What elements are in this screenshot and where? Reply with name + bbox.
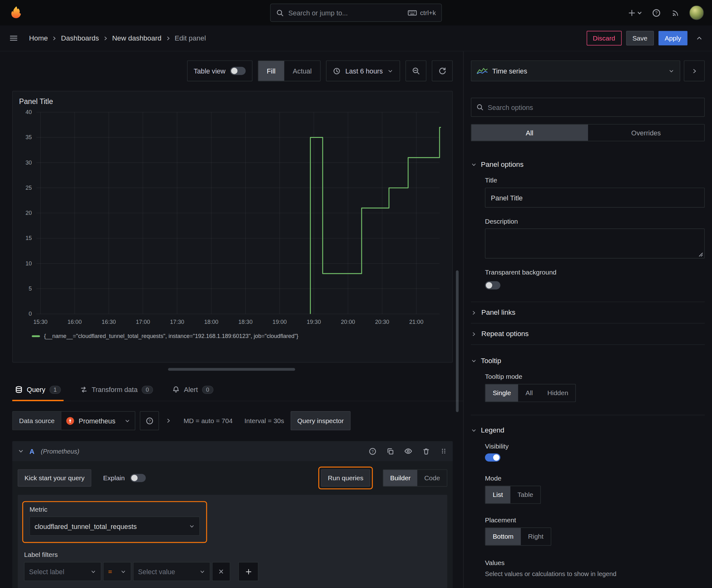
metric-label: Metric	[29, 506, 200, 513]
explain-toggle[interactable]	[130, 474, 146, 482]
tab-transform-count: 0	[142, 385, 153, 394]
discard-button[interactable]: Discard	[586, 31, 622, 45]
zoom-out-button[interactable]	[406, 60, 427, 81]
tooltip-mode-all[interactable]: All	[518, 384, 540, 402]
legend-values-description: Select values or calculations to show in…	[485, 570, 705, 577]
global-search[interactable]: ctrl+k	[270, 4, 442, 22]
run-queries-button[interactable]: Run queries	[321, 469, 370, 486]
svg-text:30: 30	[25, 160, 32, 166]
add-filter-button[interactable]	[238, 562, 258, 581]
horizontal-scrollbar[interactable]	[168, 368, 295, 371]
actual-option[interactable]: Actual	[284, 61, 320, 81]
tooltip-mode-single[interactable]: Single	[486, 384, 518, 402]
legend-placement-bottom[interactable]: Bottom	[486, 528, 521, 545]
apply-button[interactable]: Apply	[658, 31, 688, 45]
legend-mode-list[interactable]: List	[486, 486, 510, 504]
remove-filter-button[interactable]	[212, 562, 230, 581]
query-options-summary[interactable]: MD = auto = 704	[184, 417, 233, 424]
visualization-picker[interactable]: Time series	[471, 60, 680, 81]
chart-panel: Panel Title 051015202530354015:3016:0016…	[12, 91, 453, 362]
search-icon	[276, 9, 284, 17]
close-icon	[218, 568, 224, 574]
transparent-background-toggle[interactable]	[485, 281, 500, 289]
panel-edit-left: Table view Fill Actual Last 6 hours	[0, 51, 463, 588]
legend-placement-right[interactable]: Right	[521, 528, 551, 545]
svg-text:17:00: 17:00	[136, 319, 150, 325]
fill-option[interactable]: Fill	[258, 61, 284, 81]
grafana-logo-icon[interactable]	[8, 4, 24, 21]
tab-all[interactable]: All	[471, 124, 588, 141]
data-source-picker[interactable]: Prometheus	[61, 411, 135, 430]
tab-query[interactable]: Query 1	[12, 378, 63, 401]
menu-hamburger-icon[interactable]	[9, 34, 18, 42]
tab-overrides[interactable]: Overrides	[588, 124, 704, 141]
news-rss-icon[interactable]	[671, 8, 679, 17]
select-value-dropdown[interactable]: Select value	[133, 562, 210, 581]
code-option[interactable]: Code	[417, 470, 447, 486]
save-button[interactable]: Save	[626, 31, 654, 45]
options-search-input[interactable]	[488, 103, 699, 111]
chevron-right-icon[interactable]	[166, 417, 172, 424]
time-range-picker[interactable]: Last 6 hours	[326, 60, 400, 81]
table-view-toggle[interactable]	[230, 67, 245, 75]
tooltip-body: Tooltip mode Single All Hidden	[471, 373, 705, 402]
prometheus-builder-zone: Metric cloudflared_tunnel_total_requests…	[18, 495, 447, 588]
description-textarea[interactable]	[485, 229, 705, 258]
hide-response-eye-icon[interactable]	[404, 447, 412, 455]
add-button[interactable]	[628, 9, 642, 17]
operator-dropdown[interactable]: =	[103, 562, 131, 581]
refresh-button[interactable]	[432, 60, 453, 81]
legend-placement-radio: Bottom Right	[485, 527, 551, 546]
query-row: A (Prometheus) ? Kick start your query	[12, 441, 453, 588]
chevron-down-icon	[189, 523, 195, 529]
section-panel-options-label: Panel options	[481, 161, 524, 169]
svg-text:20:00: 20:00	[341, 319, 355, 325]
tab-query-label: Query	[27, 386, 45, 394]
help-icon[interactable]: ?	[652, 8, 661, 17]
breadcrumb-home[interactable]: Home	[29, 34, 48, 42]
user-avatar[interactable]	[689, 5, 704, 20]
chevron-down-icon[interactable]	[18, 448, 24, 454]
section-repeat-options[interactable]: Repeat options	[471, 323, 705, 344]
chevron-right-icon	[103, 35, 109, 41]
explain-label: Explain	[103, 474, 125, 482]
svg-text:16:30: 16:30	[102, 319, 116, 325]
section-legend[interactable]: Legend	[471, 426, 705, 435]
tooltip-mode-hidden[interactable]: Hidden	[540, 384, 576, 402]
question-circle-icon: ?	[146, 417, 153, 425]
section-panel-options[interactable]: Panel options	[471, 161, 705, 169]
clock-icon	[333, 67, 341, 75]
chevron-right-icon	[51, 35, 58, 41]
global-search-input[interactable]	[288, 9, 403, 17]
chevron-up-icon[interactable]	[696, 35, 703, 42]
svg-text:?: ?	[149, 418, 151, 423]
svg-text:40: 40	[25, 109, 32, 115]
chart-legend[interactable]: {__name__="cloudflared_tunnel_total_requ…	[13, 331, 452, 339]
drag-handle-icon[interactable]	[440, 447, 447, 455]
tab-alert[interactable]: Alert 0	[169, 378, 216, 401]
time-series-chart[interactable]: 051015202530354015:3016:0016:3017:0017:3…	[15, 108, 446, 331]
query-inspector-button[interactable]: Query inspector	[290, 411, 350, 430]
trash-icon[interactable]	[422, 447, 430, 455]
query-row-header[interactable]: A (Prometheus) ?	[12, 441, 453, 461]
query-toolbar-row: Kick start your query Explain Run querie…	[18, 466, 447, 489]
query-help-button[interactable]: ?	[140, 411, 159, 430]
divider	[471, 344, 705, 344]
duplicate-icon[interactable]	[386, 447, 394, 455]
kick-start-button[interactable]: Kick start your query	[18, 469, 91, 486]
section-panel-links[interactable]: Panel links	[471, 302, 705, 323]
metric-select[interactable]: cloudflared_tunnel_total_requests	[29, 517, 200, 536]
options-search[interactable]	[471, 98, 705, 117]
resize-grip-icon[interactable]	[698, 252, 703, 257]
breadcrumb-dashboards[interactable]: Dashboards	[61, 34, 99, 42]
legend-mode-table[interactable]: Table	[510, 486, 540, 504]
builder-option[interactable]: Builder	[383, 470, 417, 486]
tab-transform-data[interactable]: Transform data 0	[77, 378, 156, 401]
section-tooltip[interactable]: Tooltip	[471, 357, 705, 365]
collapse-sidebar-button[interactable]	[684, 60, 705, 81]
help-icon[interactable]: ?	[369, 447, 377, 455]
breadcrumb-new-dashboard[interactable]: New dashboard	[112, 34, 161, 42]
select-label-dropdown[interactable]: Select label	[24, 562, 102, 581]
panel-title-input[interactable]	[485, 188, 705, 208]
legend-visibility-toggle[interactable]	[485, 454, 500, 462]
